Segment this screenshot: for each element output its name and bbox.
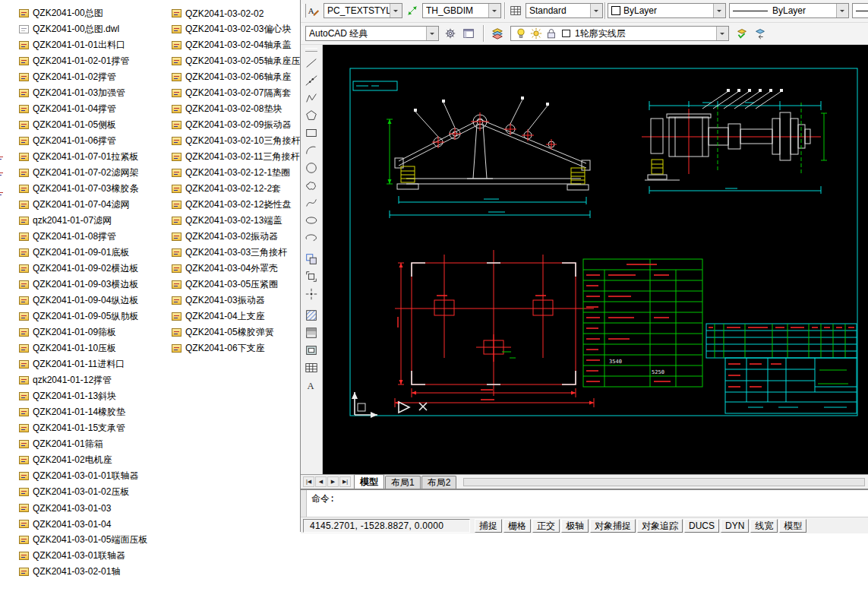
file-item[interactable]: QZK2041-01-10压板 xyxy=(19,340,147,356)
toolbar-grip[interactable] xyxy=(305,48,317,52)
desktop-icon-clipped[interactable] xyxy=(0,190,1,201)
status-polar-toggle[interactable]: 极轴 xyxy=(561,519,589,533)
status-ducs-toggle[interactable]: DUCS xyxy=(684,519,719,533)
draw-tool-rectangle[interactable] xyxy=(302,125,320,142)
file-item[interactable]: QZK2041-01-15支承管 xyxy=(19,420,147,436)
color-control-combo[interactable]: ByLayer xyxy=(608,3,726,18)
file-item[interactable]: QZK2041-01-09-03横边板 xyxy=(19,277,147,293)
horizontal-scrollbar[interactable] xyxy=(463,478,865,486)
file-item[interactable]: QZK2041-01-02-01撑管 xyxy=(19,53,147,69)
file-item[interactable]: QZK2041-01-06撑管 xyxy=(19,133,147,149)
tab-模型[interactable]: 模型 xyxy=(354,474,384,489)
file-item[interactable]: qzk2041-01-12撑管 xyxy=(19,372,147,388)
file-item[interactable]: QZK2041-03-02-02 xyxy=(172,5,309,21)
draw-tool-ellipse[interactable] xyxy=(302,213,320,229)
file-item[interactable]: QZK2041-03-01-04 xyxy=(19,516,147,532)
file-item[interactable]: QZK2041-03-02-10三角接杆 xyxy=(172,133,309,149)
draw-tool-line[interactable] xyxy=(302,55,320,72)
table-style-manager-button[interactable] xyxy=(507,2,524,19)
layer-combo[interactable]: 1轮廓实线层 xyxy=(510,26,729,41)
file-item[interactable]: QZK2041-01-02撑管 xyxy=(19,69,147,85)
text-style-combo[interactable]: PC_TEXTSTYLE xyxy=(324,3,402,18)
status-model-toggle[interactable]: 模型 xyxy=(779,519,806,533)
file-item[interactable]: QZK2041-03-02-05轴承座压盖 xyxy=(172,53,309,69)
file-item[interactable]: QZK2041-01-07-02滤网架 xyxy=(19,165,147,181)
linetype-control-combo[interactable]: ByLayer xyxy=(729,3,849,18)
status-ortho-toggle[interactable]: 正交 xyxy=(532,519,560,533)
layer-states-button[interactable] xyxy=(734,25,750,42)
tab-nav-first-button[interactable]: |◀ xyxy=(303,476,314,487)
text-style-manager-button[interactable]: A xyxy=(305,2,322,19)
draw-tool-arc[interactable] xyxy=(302,143,320,160)
file-item[interactable]: QZK2041-01-03加强管 xyxy=(19,85,147,101)
file-item[interactable]: QZK2041-03-05压紧圈 xyxy=(172,277,309,293)
file-item[interactable]: QZK2041-06下支座 xyxy=(172,340,309,356)
draw-tool-table[interactable] xyxy=(302,360,320,377)
status-snap-toggle[interactable]: 捕捉 xyxy=(475,519,502,533)
draw-tool-circle[interactable] xyxy=(302,160,320,177)
file-item[interactable]: qzk2041-01-07滤网 xyxy=(19,213,147,229)
draw-tool-point[interactable] xyxy=(302,286,320,303)
desktop-icon-clipped[interactable] xyxy=(0,170,1,181)
file-item[interactable]: QZK2041-03-01-05端面压板 xyxy=(19,532,147,548)
file-item[interactable]: QZK2041-03-02-13端盖 xyxy=(172,213,309,229)
coordinate-display[interactable]: 4145.2701, -1528.8827, 0.0000 xyxy=(303,519,470,533)
table-style-combo[interactable]: Standard xyxy=(526,3,603,18)
file-item[interactable]: QZK2041-01-07-04滤网 xyxy=(19,197,147,213)
draw-tool-construction-line[interactable] xyxy=(302,73,320,90)
file-item[interactable]: QZK2041-03-03三角接杆 xyxy=(172,245,309,261)
status-dyn-toggle[interactable]: DYN xyxy=(721,519,749,533)
draw-tool-mtext[interactable]: A xyxy=(302,378,320,394)
status-grid-toggle[interactable]: 栅格 xyxy=(503,519,531,533)
file-item[interactable]: QZK2041-01-07-01拉紧板 xyxy=(19,149,147,165)
chevron-down-icon[interactable] xyxy=(836,4,848,17)
file-item[interactable]: QZK2041-00总图.dwl xyxy=(19,21,147,37)
file-item[interactable]: QZK2041-01筛箱 xyxy=(19,436,147,452)
file-item[interactable]: QZK2041-03-04外罩壳 xyxy=(172,261,309,277)
file-item[interactable]: QZK2041-01-07-03橡胶条 xyxy=(19,181,147,197)
status-osnap-toggle[interactable]: 对象捕捉 xyxy=(590,519,636,533)
draw-tool-polygon[interactable] xyxy=(302,108,320,125)
workspace-panel-button[interactable] xyxy=(460,25,477,42)
desktop-icon-clipped[interactable] xyxy=(0,154,1,165)
file-item[interactable]: QZK2041-01-09-01底板 xyxy=(19,245,147,261)
dim-style-combo[interactable]: TH_GBDIM xyxy=(422,3,501,18)
chevron-down-icon[interactable] xyxy=(590,4,602,17)
draw-tool-make-block[interactable] xyxy=(302,269,320,286)
file-item[interactable]: QZK2041-03-01-02压板 xyxy=(19,484,147,500)
drawing-canvas[interactable]: 3540 5250 xyxy=(323,45,868,474)
draw-tool-ellipse-arc[interactable] xyxy=(302,230,320,247)
tab-布局2[interactable]: 布局2 xyxy=(421,476,457,489)
file-item[interactable]: QZK2041-03振动器 xyxy=(172,293,309,308)
draw-tool-gradient[interactable] xyxy=(302,325,320,342)
file-item[interactable]: QZK2041-03-02-06轴承座 xyxy=(172,69,309,85)
tab-布局1[interactable]: 布局1 xyxy=(385,476,421,489)
file-item[interactable]: QZK2041-01-09-05纵肋板 xyxy=(19,308,147,324)
lineweight-control-combo[interactable] xyxy=(852,3,868,18)
workspace-combo[interactable]: AutoCAD 经典 xyxy=(305,26,439,41)
file-item[interactable]: QZK2041-03-02-11三角接杆 xyxy=(172,149,309,165)
command-prompt[interactable]: 命令: xyxy=(307,490,339,517)
file-item[interactable]: QZK2041-01-05侧板 xyxy=(19,117,147,133)
file-item[interactable]: QZK2041-03-02-03偏心块 xyxy=(172,21,309,37)
file-item[interactable]: QZK2041-03-02-08垫块 xyxy=(172,101,309,117)
command-window[interactable]: 命令: xyxy=(301,489,868,517)
chevron-down-icon[interactable] xyxy=(488,4,500,17)
file-item[interactable]: QZK2041-03-02-12-1垫圈 xyxy=(172,165,309,181)
file-item[interactable]: QZK2041-00总图 xyxy=(19,5,147,21)
dim-style-manager-button[interactable] xyxy=(404,2,421,19)
file-item[interactable]: QZK2041-03-02-04轴承盖 xyxy=(172,37,309,53)
file-item[interactable]: QZK2041-01-09-04纵边板 xyxy=(19,293,147,308)
file-item[interactable]: QZK2041-02电机座 xyxy=(19,452,147,468)
draw-tool-hatch[interactable] xyxy=(302,308,320,324)
tab-nav-prev-button[interactable]: ◀ xyxy=(315,476,327,487)
draw-tool-revision-cloud[interactable] xyxy=(302,178,320,195)
file-item[interactable]: QZK2041-01-11进料口 xyxy=(19,356,147,372)
draw-tool-spline[interactable] xyxy=(302,195,320,212)
file-item[interactable]: QZK2041-03-02-07隔离套 xyxy=(172,85,309,101)
file-item[interactable]: QZK2041-03-01-01联轴器 xyxy=(19,468,147,484)
file-item[interactable]: QZK2041-03-02-09振动器 xyxy=(172,117,309,133)
chevron-down-icon[interactable] xyxy=(426,27,438,40)
file-item[interactable]: QZK2041-01-08撑管 xyxy=(19,229,147,245)
draw-tool-region[interactable] xyxy=(302,343,320,359)
